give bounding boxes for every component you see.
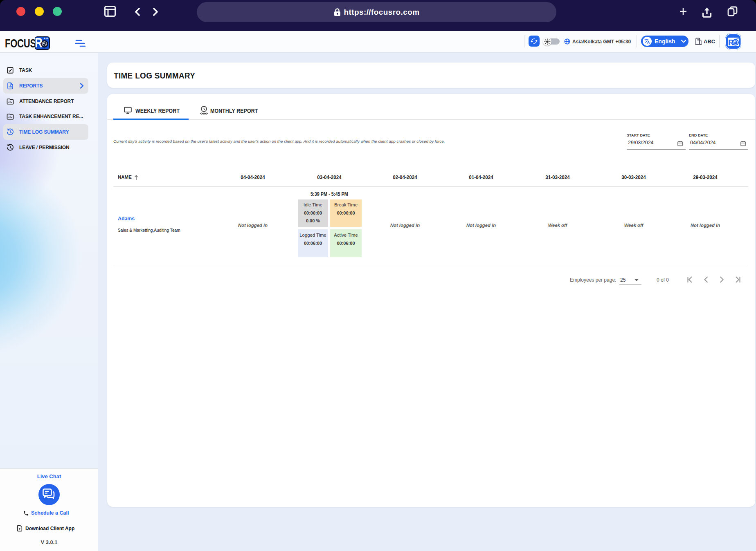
- svg-text:R: R: [728, 38, 734, 47]
